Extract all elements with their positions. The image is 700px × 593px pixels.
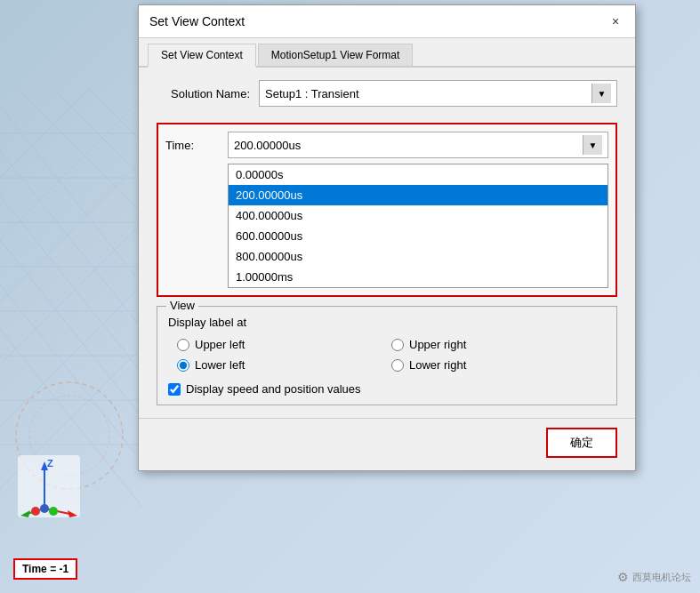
tab-set-view-context[interactable]: Set View Context: [148, 44, 256, 68]
dialog: Set View Context × Set View Context Moti…: [138, 4, 636, 471]
close-button[interactable]: ×: [607, 12, 624, 30]
svg-point-35: [49, 507, 58, 516]
display-label-row: Display label at: [168, 316, 606, 329]
dialog-titlebar: Set View Context ×: [139, 5, 635, 38]
radio-input-lower-left[interactable]: [177, 359, 189, 372]
dialog-body: Solution Name: Setup1 : Transient ▼ Time…: [139, 68, 635, 418]
watermark-icon: ⚙: [617, 570, 629, 584]
svg-point-33: [40, 504, 49, 513]
svg-line-14: [18, 89, 142, 213]
svg-line-20: [0, 222, 142, 365]
tab-label-1: MotionSetup1 View Format: [271, 49, 400, 61]
display-speed-label: Display speed and position values: [186, 382, 361, 396]
radio-grid: Upper left Upper right Lower left Lower …: [168, 338, 606, 372]
time-label-box: Time = -1: [13, 558, 77, 580]
time-combo[interactable]: 200.00000us ▼: [228, 132, 608, 158]
radio-lower-right: Lower right: [391, 358, 606, 372]
time-option-0[interactable]: 0.00000s: [229, 164, 607, 185]
view-section-label: View: [166, 299, 198, 312]
time-option-4[interactable]: 800.00000us: [229, 246, 607, 267]
solution-row: Solution Name: Setup1 : Transient ▼: [157, 80, 617, 107]
dialog-title: Set View Context: [149, 14, 245, 28]
svg-line-16: [89, 89, 142, 142]
svg-line-19: [0, 160, 142, 302]
time-option-5[interactable]: 1.00000ms: [229, 267, 607, 287]
ok-button[interactable]: 确定: [546, 428, 617, 458]
tab-motionsetup-view-format[interactable]: MotionSetup1 View Format: [258, 44, 414, 66]
solution-name-label: Solution Name:: [157, 87, 259, 100]
radio-input-upper-left[interactable]: [177, 339, 189, 351]
display-label-at-text: Display label at: [168, 316, 246, 329]
radio-label-upper-left: Upper left: [195, 338, 245, 351]
time-option-3[interactable]: 600.00000us: [229, 226, 607, 246]
time-row: Time: 200.00000us ▼: [165, 132, 608, 158]
watermark: ⚙ 西莫电机论坛: [617, 570, 691, 584]
time-option-1[interactable]: 200.00000us: [229, 185, 607, 205]
time-label: Time:: [165, 139, 228, 152]
radio-lower-left: Lower left: [177, 358, 391, 372]
solution-select[interactable]: Setup1 : Transient ▼: [259, 80, 617, 107]
svg-point-34: [31, 507, 40, 516]
radio-label-upper-right: Upper right: [409, 338, 466, 351]
axis-indicator: Z: [13, 451, 84, 522]
svg-line-18: [0, 98, 142, 240]
time-label-text: Time = -1: [22, 563, 68, 575]
view-section: View Display label at Upper left Upper r…: [157, 306, 617, 405]
tabs-row: Set View Context MotionSetup1 View Forma…: [139, 38, 635, 68]
time-dropdown-arrow[interactable]: ▼: [583, 135, 602, 155]
button-row: 确定: [139, 418, 635, 470]
radio-label-lower-right: Lower right: [409, 358, 466, 372]
radio-label-lower-left: Lower left: [195, 358, 245, 372]
watermark-text: 西莫电机论坛: [632, 571, 691, 584]
time-dropdown-list: 0.00000s 200.00000us 400.00000us 600.000…: [228, 164, 608, 288]
display-speed-checkbox[interactable]: [168, 383, 181, 396]
time-option-2[interactable]: 400.00000us: [229, 205, 607, 226]
radio-upper-left: Upper left: [177, 338, 391, 351]
solution-dropdown-arrow[interactable]: ▼: [591, 84, 611, 103]
time-combo-value: 200.00000us: [234, 139, 583, 152]
time-section: Time: 200.00000us ▼ 0.00000s 200.00000us…: [157, 123, 617, 297]
radio-input-upper-right[interactable]: [391, 339, 404, 351]
solution-value: Setup1 : Transient: [265, 87, 591, 100]
radio-upper-right: Upper right: [391, 338, 606, 351]
radio-input-lower-right[interactable]: [391, 359, 404, 372]
checkbox-row: Display speed and position values: [168, 382, 606, 396]
tab-label-0: Set View Context: [161, 49, 243, 61]
svg-text:Z: Z: [47, 458, 53, 469]
